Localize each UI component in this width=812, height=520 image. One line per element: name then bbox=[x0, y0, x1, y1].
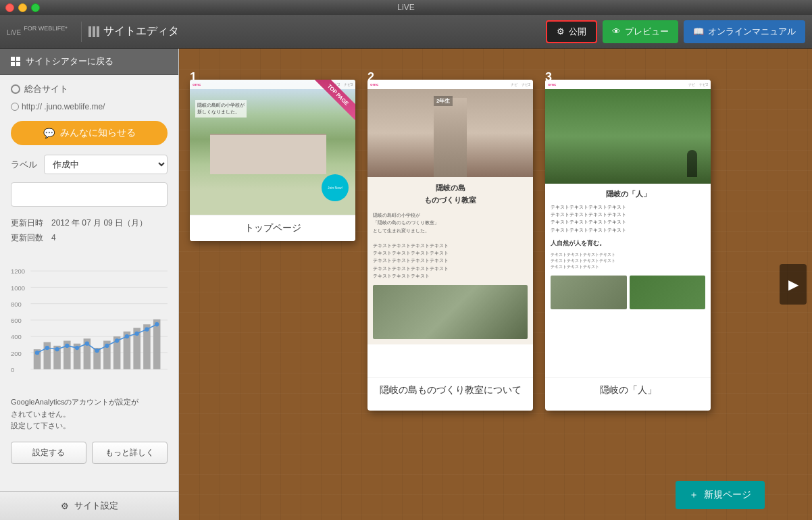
globe-icon-small bbox=[11, 103, 19, 111]
page-2-thumbnail: omc ナビ ナビ2 2年生 隠岐の島ものづくり教室 bbox=[367, 80, 533, 377]
svg-point-31 bbox=[75, 346, 79, 350]
toolbar: LiVE FOR WEBLIFE* サイトエディタ ⚙ 公開 👁 プレビュー 📖… bbox=[0, 15, 812, 49]
page-1-card[interactable]: TOP PAGE omc ナビ ナビ2 ナビ3 bbox=[190, 80, 355, 241]
publish-button[interactable]: ⚙ 公開 bbox=[546, 20, 597, 43]
svg-point-27 bbox=[35, 350, 39, 355]
site-url-text: http:// .juno.weblife.me/ bbox=[22, 102, 105, 111]
top-page-ribbon-container: TOP PAGE bbox=[301, 80, 355, 134]
logo-text: LiVE bbox=[7, 29, 21, 36]
toolbar-divider bbox=[81, 22, 82, 42]
maximize-button[interactable] bbox=[31, 3, 40, 12]
preview-button[interactable]: 👁 プレビュー bbox=[603, 20, 678, 43]
svg-point-34 bbox=[105, 344, 109, 348]
new-page-label: 新規ページ bbox=[704, 489, 751, 501]
page-3-label: 隠岐の「人」 bbox=[545, 377, 711, 403]
svg-text:600: 600 bbox=[11, 317, 22, 324]
page3-photo1 bbox=[545, 89, 711, 184]
manual-button[interactable]: 📖 オンラインマニュアル bbox=[684, 20, 805, 43]
page3-photo2 bbox=[551, 276, 627, 309]
label-title: ラベル bbox=[11, 159, 37, 171]
site-settings-button[interactable]: ⚙ サイト設定 bbox=[0, 491, 178, 520]
update-count: 更新回数 4 bbox=[11, 231, 168, 246]
page-1-thumbnail: TOP PAGE omc ナビ ナビ2 ナビ3 bbox=[190, 80, 355, 215]
svg-point-38 bbox=[145, 328, 149, 332]
gear-icon: ⚙ bbox=[61, 501, 69, 511]
page-2-wrapper: 2 omc ナビ ナビ2 2年生 bbox=[367, 72, 533, 411]
page3-photo3 bbox=[630, 276, 706, 309]
site-title: 総合サイト bbox=[11, 83, 168, 95]
meta-section: 更新日時 2012 年 07 月 09 日（月） 更新回数 4 bbox=[0, 209, 178, 249]
page3-content: 隠岐の「人」 テキストテキストテキストテキストテキストテキストテキストテキストテ… bbox=[545, 184, 711, 315]
svg-text:1000: 1000 bbox=[11, 284, 25, 292]
manual-label: オンラインマニュアル bbox=[708, 26, 796, 38]
settings-button[interactable]: 設定する bbox=[11, 442, 86, 464]
publish-icon: ⚙ bbox=[557, 26, 565, 36]
analytics-notice: GoogleAnalyticsのアカウントが設定が されていません。 設定して下… bbox=[0, 392, 178, 436]
page3-header: omc ナビ ナビ2 bbox=[545, 80, 711, 89]
label-row: ラベル 作成中 公開中 下書き bbox=[0, 149, 178, 180]
label-select[interactable]: 作成中 公開中 下書き bbox=[44, 155, 168, 174]
svg-text:0: 0 bbox=[11, 366, 14, 373]
window-controls bbox=[5, 3, 40, 12]
app-logo: LiVE FOR WEBLIFE* bbox=[7, 24, 68, 38]
preview-label: プレビュー bbox=[625, 26, 669, 38]
new-page-button[interactable]: ＋ 新規ページ bbox=[676, 481, 765, 509]
page2-title: 隠岐の島ものづくり教室 bbox=[373, 182, 528, 206]
svg-point-33 bbox=[95, 348, 99, 353]
back-label: サイトシアターに戻る bbox=[26, 55, 113, 68]
arrow-icon: ▶ bbox=[788, 276, 798, 292]
page-3-thumbnail: omc ナビ ナビ2 隠岐の「人」 テキストテキストテキストテキストテキストテキ… bbox=[545, 80, 711, 377]
svg-point-32 bbox=[85, 342, 89, 346]
top-page-ribbon: TOP PAGE bbox=[311, 80, 355, 121]
page3-text2: テキストテキストテキストテキストテキストテキストテキストテキストテキストテキスト… bbox=[551, 252, 705, 270]
publish-label: 公開 bbox=[569, 26, 586, 38]
detail-button[interactable]: もっと詳しく bbox=[92, 442, 168, 464]
page-2-card[interactable]: omc ナビ ナビ2 2年生 隠岐の島ものづくり教室 bbox=[367, 80, 533, 411]
plus-icon: ＋ bbox=[689, 489, 699, 501]
minimize-button[interactable] bbox=[18, 3, 27, 12]
back-to-theater-button[interactable]: サイトシアターに戻る bbox=[0, 49, 178, 75]
page-1-wrapper: 1 TOP PAGE omc ナビ ナビ2 ナビ3 bbox=[190, 72, 355, 241]
corridor-center bbox=[434, 98, 467, 177]
svg-text:400: 400 bbox=[11, 334, 22, 341]
svg-text:800: 800 bbox=[11, 301, 22, 308]
notify-button[interactable]: 💬 みんなに知らせる bbox=[11, 121, 168, 145]
svg-rect-26 bbox=[153, 319, 161, 369]
chart-area: 1200 1000 800 600 400 200 0 bbox=[11, 253, 168, 388]
text-input[interactable] bbox=[11, 182, 168, 207]
site-url-link[interactable]: http:// .juno.weblife.me/ bbox=[11, 102, 168, 111]
svg-point-37 bbox=[134, 332, 138, 336]
svg-point-35 bbox=[115, 339, 119, 343]
content-area: 1 TOP PAGE omc ナビ ナビ2 ナビ3 bbox=[179, 49, 812, 520]
svg-point-39 bbox=[155, 322, 159, 326]
logo-sub: FOR WEBLIFE* bbox=[24, 25, 68, 32]
sidebar: サイトシアターに戻る 総合サイト http:// .juno.weblife.m… bbox=[0, 49, 179, 520]
page-3-card[interactable]: omc ナビ ナビ2 隠岐の「人」 テキストテキストテキストテキストテキストテキ… bbox=[545, 80, 711, 411]
updated-date: 更新日時 2012 年 07 月 09 日（月） bbox=[11, 216, 168, 231]
svg-point-29 bbox=[55, 347, 59, 351]
svg-text:200: 200 bbox=[11, 350, 22, 357]
svg-point-28 bbox=[45, 346, 49, 350]
notify-label: みんなに知らせる bbox=[60, 127, 136, 139]
svg-text:1200: 1200 bbox=[11, 268, 25, 276]
page3-subtitle: 人自然が人を育む。 bbox=[551, 239, 705, 248]
chat-icon: 💬 bbox=[43, 128, 55, 138]
close-button[interactable] bbox=[5, 3, 14, 12]
next-page-button[interactable]: ▶ bbox=[780, 264, 807, 305]
titlebar: LiVE bbox=[0, 0, 812, 15]
analytics-chart: 1200 1000 800 600 400 200 0 bbox=[11, 253, 168, 388]
page2-content: 隠岐の島ものづくり教室 隠岐の島町の小学校が「隠岐の島のものづくり教室」として生… bbox=[367, 177, 533, 344]
page3-photos bbox=[551, 276, 705, 309]
page-3-wrapper: 3 omc ナビ ナビ2 隠岐の「人」 bbox=[545, 72, 711, 411]
thumb-text: 隠岐の島町の小学校が新しくなりました。 bbox=[195, 100, 247, 118]
svg-point-36 bbox=[125, 334, 129, 338]
page2-header: omc ナビ ナビ2 bbox=[367, 80, 533, 89]
page2-photo2 bbox=[373, 285, 528, 339]
site-section: 総合サイト bbox=[0, 75, 178, 99]
main-area: サイトシアターに戻る 総合サイト http:// .juno.weblife.m… bbox=[0, 49, 812, 520]
eye-icon: 👁 bbox=[612, 26, 621, 36]
thumb-logo: omc bbox=[193, 82, 201, 86]
book-icon: 📖 bbox=[693, 26, 704, 36]
grid-icon bbox=[11, 57, 20, 66]
thumb-cta: Join Now! bbox=[322, 174, 349, 201]
